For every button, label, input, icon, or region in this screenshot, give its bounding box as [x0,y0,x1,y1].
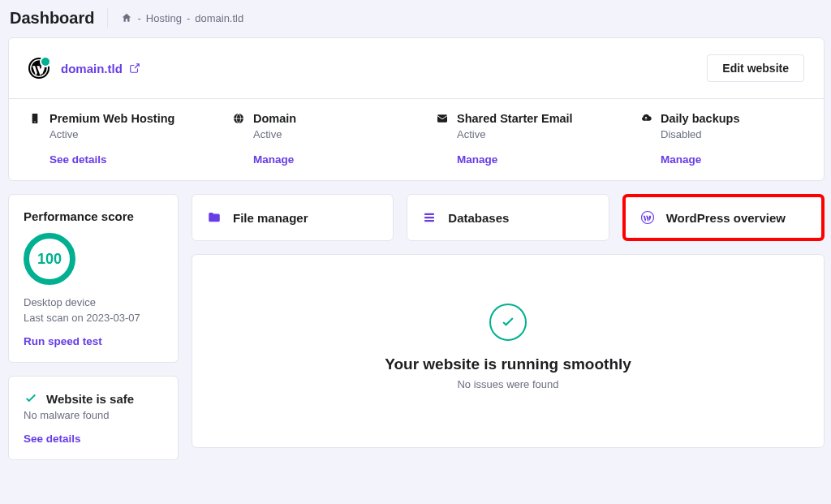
service-title: Daily backups [661,112,740,125]
database-icon [422,210,437,225]
svg-rect-7 [424,217,434,218]
status-sub: No issues were found [209,378,807,390]
performance-score-circle: 100 [24,233,75,285]
cloud-icon [639,112,652,125]
server-icon [28,112,41,125]
safety-heading: Website is safe [46,392,134,406]
home-icon [121,12,132,24]
wordpress-icon [640,210,655,225]
service-email: Shared Starter Email Active Manage [416,99,620,180]
safety-details-link[interactable]: See details [24,433,163,445]
wordpress-logo-icon [28,58,50,79]
external-link-icon [129,62,140,74]
service-hosting: Premium Web Hosting Active See details [9,99,213,180]
wordpress-overview-tile[interactable]: WordPress overview [622,194,825,241]
breadcrumb-hosting[interactable]: Hosting [146,12,182,24]
performance-last-scan: Last scan on 2023-03-07 [24,312,163,324]
performance-device: Desktop device [24,296,163,308]
service-link-manage[interactable]: Manage [457,153,601,166]
site-status-panel: Your website is running smoothly No issu… [192,254,825,448]
databases-tile[interactable]: Databases [407,194,609,241]
svg-rect-6 [424,213,434,215]
service-link-manage[interactable]: Manage [253,153,397,166]
service-domain: Domain Active Manage [213,99,416,180]
performance-heading: Performance score [24,209,163,223]
performance-score-value: 100 [37,251,62,268]
service-link-see-details[interactable]: See details [50,153,193,166]
status-heading: Your website is running smoothly [209,355,807,373]
safety-sub: No malware found [24,409,163,421]
page-title: Dashboard [10,9,94,28]
tile-label: WordPress overview [666,211,786,225]
domain-name-text: domain.tld [61,62,123,75]
breadcrumb[interactable]: - Hosting - domain.tld [121,12,243,24]
tile-label: File manager [233,211,308,225]
domain-link[interactable]: domain.tld [61,62,140,75]
tile-label: Databases [448,211,509,225]
folder-icon [207,210,222,225]
safety-card: Website is safe No malware found See det… [8,376,179,460]
svg-rect-5 [437,114,447,122]
run-speed-test-link[interactable]: Run speed test [24,335,163,347]
service-status: Active [457,128,601,140]
service-status: Active [50,128,193,140]
svg-point-3 [34,121,35,122]
service-title: Premium Web Hosting [50,112,174,125]
svg-rect-8 [424,220,434,222]
divider [107,8,108,28]
service-link-manage[interactable]: Manage [661,153,804,166]
performance-card: Performance score 100 Desktop device Las… [8,194,179,363]
check-icon [24,391,38,406]
edit-website-button[interactable]: Edit website [707,54,804,82]
service-backups: Daily backups Disabled Manage [620,99,824,180]
service-title: Shared Starter Email [457,112,573,125]
page-header: Dashboard - Hosting - domain.tld [8,8,825,37]
globe-icon [232,112,245,125]
status-ok-icon [489,304,527,341]
overview-card: domain.tld Edit website Premium Web Host… [8,37,825,181]
service-title: Domain [253,112,296,125]
service-status: Active [253,128,397,140]
email-icon [436,112,449,125]
service-status: Disabled [661,128,804,140]
file-manager-tile[interactable]: File manager [192,194,394,241]
breadcrumb-domain[interactable]: domain.tld [195,12,243,24]
